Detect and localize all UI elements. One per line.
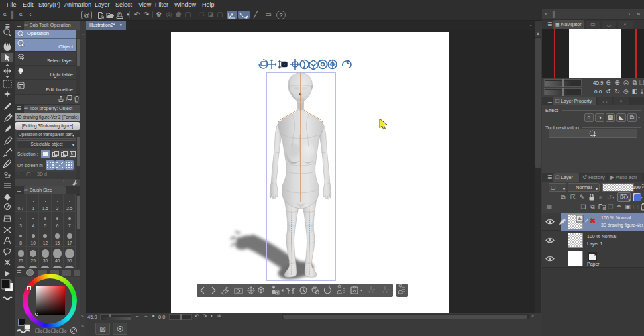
svg-text:0: 0	[40, 329, 43, 333]
svg-text:0: 0	[48, 329, 51, 333]
svg-text:+: +	[55, 152, 58, 156]
svg-text:0: 0	[56, 329, 59, 333]
svg-text:0: 0	[64, 329, 67, 333]
